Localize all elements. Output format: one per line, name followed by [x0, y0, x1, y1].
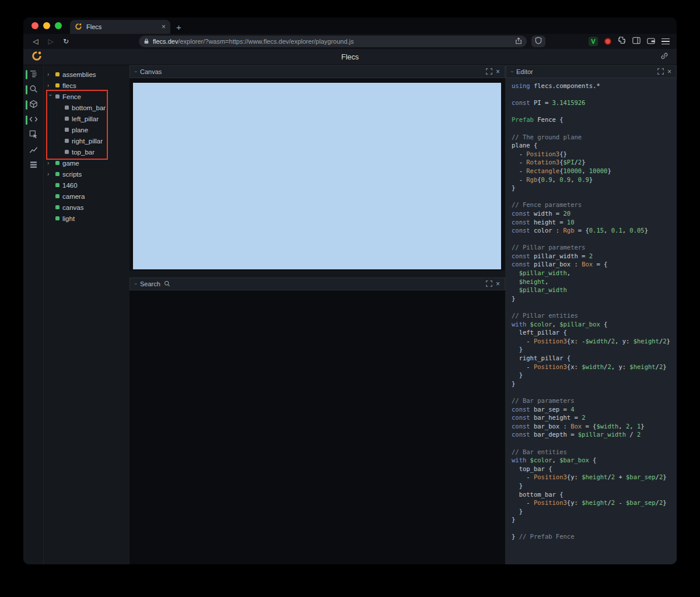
entity-dot [55, 183, 60, 187]
chevron-right-icon[interactable]: › [47, 72, 52, 78]
tree-item-label: left_pillar [72, 115, 99, 122]
tree-item-scripts[interactable]: ›scripts [44, 168, 130, 180]
url-text: flecs.dev/explorer/?wasm=https://www.fle… [153, 38, 512, 45]
close-icon[interactable]: × [496, 280, 500, 287]
chevron-down-icon[interactable]: › [509, 71, 515, 73]
tree-item-camera[interactable]: camera [44, 191, 130, 202]
back-button[interactable]: ◁ [30, 37, 41, 45]
3d-viewport[interactable] [133, 83, 501, 269]
code-line: left_pillar { [512, 328, 673, 337]
chevron-down-icon[interactable]: › [47, 94, 53, 99]
chevron-right-icon[interactable]: › [47, 160, 52, 166]
code-line: const width = 20 [512, 209, 673, 218]
tool-search[interactable] [23, 85, 43, 94]
code-line [512, 107, 673, 116]
chevron-right-icon[interactable]: › [47, 171, 52, 177]
forward-button[interactable]: ▷ [46, 37, 56, 45]
tree-item-label: camera [62, 193, 85, 200]
app-header: Flecs [23, 49, 677, 65]
tab-strip: Flecs × + [23, 17, 677, 34]
tool-hierarchy[interactable] [23, 70, 43, 79]
address-bar[interactable]: flecs.dev/explorer/?wasm=https://www.fle… [139, 36, 527, 47]
close-icon[interactable]: × [667, 68, 671, 75]
share-icon[interactable] [515, 36, 522, 47]
entity-dot [65, 106, 69, 110]
browser-window: Flecs × + ◁ ▷ ↻ flecs.dev/explorer/?wasm… [23, 17, 677, 564]
code-line: } [512, 345, 673, 354]
search-panel: › Search × [130, 278, 505, 564]
expand-icon[interactable] [657, 66, 664, 77]
code-line: bottom_bar { [512, 490, 673, 499]
shield-pill [531, 36, 545, 47]
code-line: const PI = 3.1415926 [512, 99, 673, 107]
tree-item-Fence[interactable]: ›Fence [44, 91, 130, 102]
tree-item-canvas[interactable]: canvas [44, 202, 130, 213]
entity-dot [65, 117, 69, 121]
chart-icon [29, 145, 38, 156]
tool-inspect[interactable] [23, 131, 43, 140]
tree-item-label: assemblies [62, 71, 96, 78]
chevron-right-icon[interactable]: › [47, 83, 52, 89]
tree-item-left_pillar[interactable]: left_pillar [44, 113, 130, 124]
tool-code[interactable] [23, 115, 43, 125]
code-line: } [512, 371, 673, 380]
code-editor[interactable]: using flecs.components.* const PI = 3.14… [506, 78, 677, 564]
wallet-icon[interactable] [647, 36, 655, 47]
tree-item-1460[interactable]: 1460 [44, 180, 130, 191]
tree-item-plane[interactable]: plane [44, 124, 130, 135]
shield-icon[interactable] [535, 36, 542, 47]
lock-icon [144, 36, 149, 47]
tool-chart[interactable] [23, 146, 43, 155]
close-window-button[interactable] [32, 22, 38, 29]
center-column: › Canvas × › Search [130, 65, 505, 564]
tree-item-bottom_bar[interactable]: bottom_bar [44, 102, 130, 113]
code-line [512, 235, 673, 244]
code-line: } [512, 184, 673, 192]
entity-dot [55, 205, 60, 209]
code-line: plane { [512, 141, 673, 150]
code-line: const color : Rgb = {0.15, 0.1, 0.05} [512, 226, 673, 235]
code-line [512, 439, 673, 448]
chevron-down-icon[interactable]: › [133, 71, 139, 73]
reload-button[interactable]: ↻ [61, 37, 71, 45]
browser-tab[interactable]: Flecs × [70, 20, 170, 34]
code-line: const bar_height = 2 [512, 413, 673, 422]
tree-item-game[interactable]: ›game [44, 157, 130, 168]
tab-title: Flecs [86, 23, 102, 30]
tool-cube[interactable] [23, 100, 43, 110]
tool-stats[interactable] [23, 161, 43, 170]
puzzle-icon[interactable] [618, 36, 626, 47]
tree-item-light[interactable]: light [44, 213, 130, 224]
entity-tree-panel: ›assemblies›flecs›Fencebottom_barleft_pi… [44, 65, 130, 564]
tree-item-label: 1460 [62, 182, 78, 189]
active-indicator [26, 115, 27, 125]
tab-close-icon[interactable]: × [162, 23, 166, 31]
code-line: const pillar_box : Box = { [512, 260, 673, 269]
code-line [512, 192, 673, 201]
tree-item-right_pillar[interactable]: right_pillar [44, 135, 130, 146]
code-line: $pillar_width [512, 286, 673, 294]
code-line: } [512, 482, 673, 490]
code-line: with $color, $bar_box { [512, 456, 673, 465]
menu-icon[interactable] [662, 38, 670, 45]
chevron-down-icon[interactable]: › [133, 283, 139, 285]
v-extension-icon[interactable]: V [589, 37, 598, 46]
tree-item-top_bar[interactable]: top_bar [44, 146, 130, 157]
sidebar-toggle-icon[interactable] [632, 36, 640, 47]
red-extension-icon[interactable] [604, 38, 611, 45]
tree-item-flecs[interactable]: ›flecs [44, 80, 130, 91]
maximize-window-button[interactable] [55, 22, 62, 29]
new-tab-button[interactable]: + [176, 22, 181, 32]
code-line [512, 524, 673, 533]
code-line: using flecs.components.* [512, 82, 673, 90]
expand-icon[interactable] [486, 66, 492, 77]
entity-dot [55, 161, 60, 165]
search-panel-header: › Search × [130, 278, 505, 290]
code-line: // The ground plane [512, 133, 673, 142]
tree-item-assemblies[interactable]: ›assemblies [44, 69, 130, 80]
search-icon [164, 279, 170, 289]
expand-icon[interactable] [486, 279, 492, 289]
browser-toolbar: ◁ ▷ ↻ flecs.dev/explorer/?wasm=https://w… [23, 34, 677, 49]
close-icon[interactable]: × [496, 68, 500, 75]
minimize-window-button[interactable] [43, 22, 50, 29]
